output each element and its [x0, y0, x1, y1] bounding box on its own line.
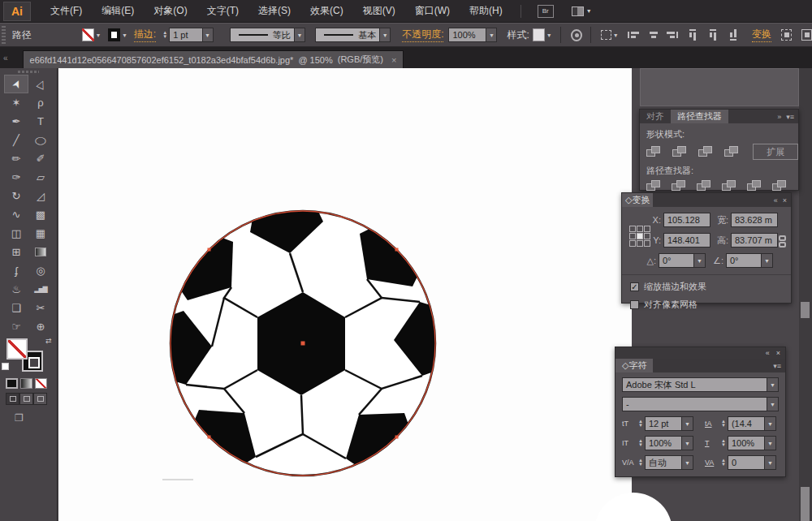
draw-behind-mode-button[interactable]: [19, 393, 33, 405]
chevron-down-icon[interactable]: ▼: [122, 32, 127, 38]
stroke-panel-link[interactable]: 描边:: [134, 28, 156, 42]
eraser-tool[interactable]: ▱: [28, 168, 53, 187]
symbol-sprayer-tool[interactable]: ♨: [4, 280, 28, 299]
tab-align[interactable]: 对齐: [640, 110, 671, 123]
crop-icon[interactable]: [722, 180, 737, 192]
soccer-ball-artwork[interactable]: [165, 205, 441, 481]
horizontal-scale-field[interactable]: 100%: [728, 436, 765, 450]
blob-brush-tool[interactable]: ✑: [4, 168, 28, 187]
intersect-icon[interactable]: [698, 146, 714, 158]
panel-grip[interactable]: [18, 71, 39, 73]
scrollbar-thumb[interactable]: [801, 302, 810, 318]
artboard-canvas[interactable]: [58, 68, 632, 521]
align-top-icon[interactable]: [689, 29, 696, 41]
bounding-box-icon[interactable]: [601, 30, 611, 40]
vertical-scale-field[interactable]: 100%: [645, 436, 682, 450]
bridge-button[interactable]: Br: [538, 5, 554, 18]
collapse-group-icon[interactable]: »: [777, 113, 781, 121]
close-panel-icon[interactable]: ×: [783, 196, 787, 205]
default-fill-stroke-icon[interactable]: [2, 363, 9, 370]
height-field[interactable]: 83.707 m: [731, 233, 778, 248]
y-field[interactable]: 148.401: [663, 233, 710, 248]
pencil-tool[interactable]: ✐: [28, 149, 53, 168]
align-left-icon[interactable]: [628, 32, 639, 38]
font-size-dropdown-button[interactable]: ▼: [682, 416, 693, 431]
minus-front-icon[interactable]: [672, 146, 688, 158]
rotate-tool[interactable]: ↻: [4, 187, 28, 205]
chevron-down-icon[interactable]: ▼: [96, 32, 102, 38]
leading-stepper[interactable]: ▲▼: [721, 420, 726, 428]
chevron-down-icon[interactable]: ▼: [613, 32, 619, 38]
perspective-grid-tool[interactable]: ▦: [28, 224, 53, 243]
tracking-dropdown-button[interactable]: ▼: [765, 455, 776, 470]
opacity-field[interactable]: 100%: [448, 28, 486, 42]
width-profile-select[interactable]: 等比: [230, 28, 295, 42]
tab-character[interactable]: ◇字符: [615, 359, 653, 372]
vertical-scale-stepper[interactable]: ▲▼: [638, 439, 643, 447]
none-button[interactable]: [35, 378, 47, 389]
pen-tool[interactable]: ✒: [4, 112, 28, 131]
tracking-stepper[interactable]: ▲▼: [721, 459, 726, 467]
reference-point-selector[interactable]: [629, 226, 650, 247]
panel-grip[interactable]: [2, 26, 6, 44]
zoom-tool[interactable]: ⊕: [28, 317, 53, 336]
swap-fill-stroke-icon[interactable]: ⇄: [45, 337, 52, 345]
brush-definition-select[interactable]: 基本: [315, 28, 380, 42]
rotate-field[interactable]: 0°: [659, 253, 694, 268]
fill-color-indicator[interactable]: [6, 338, 28, 360]
expand-button[interactable]: 扩展: [753, 144, 798, 160]
transform-panel-link[interactable]: 变换: [752, 28, 771, 42]
exclude-icon[interactable]: [724, 146, 740, 158]
x-field[interactable]: 105.128: [663, 213, 710, 227]
menu-view[interactable]: 视图(V): [363, 4, 395, 18]
document-tab[interactable]: e66fd1441d12e0566470857602ef6152_t0182a3…: [23, 50, 404, 68]
leading-field[interactable]: (14.4: [728, 416, 765, 431]
shear-field[interactable]: 0°: [726, 253, 762, 268]
kerning-dropdown-button[interactable]: ▼: [682, 455, 693, 470]
gradient-button[interactable]: [20, 378, 32, 389]
magic-wand-tool[interactable]: ✶: [4, 93, 28, 112]
font-size-field[interactable]: 12 pt: [645, 416, 682, 431]
font-family-dropdown-button[interactable]: ▼: [767, 377, 779, 392]
merge-icon[interactable]: [697, 180, 712, 192]
close-panel-icon[interactable]: ×: [776, 349, 780, 357]
collapse-group-icon[interactable]: «: [774, 196, 778, 205]
align-vcenter-icon[interactable]: [710, 29, 716, 41]
slice-tool[interactable]: ✂: [28, 299, 53, 317]
collapse-group-icon[interactable]: «: [766, 349, 770, 357]
menu-edit[interactable]: 编辑(E): [102, 4, 134, 18]
constrain-proportions-icon[interactable]: [779, 235, 786, 248]
panel-menu-icon[interactable]: ▾≡: [786, 113, 794, 121]
hand-tool[interactable]: ☞: [4, 317, 28, 336]
stroke-weight-dropdown-button[interactable]: ▼: [203, 28, 214, 42]
free-transform-tool[interactable]: ▩: [28, 205, 53, 224]
column-graph-tool[interactable]: ▂▅▇: [28, 280, 53, 299]
type-tool[interactable]: T: [28, 112, 53, 131]
eyedropper-tool[interactable]: ʄ: [4, 261, 28, 280]
align-center-icon[interactable]: [648, 32, 658, 38]
shape-options-icon[interactable]: [801, 29, 812, 41]
rotate-dropdown-button[interactable]: ▼: [694, 253, 706, 268]
font-style-dropdown-button[interactable]: ▼: [767, 397, 779, 411]
opacity-dropdown-button[interactable]: ▼: [486, 28, 497, 42]
font-size-stepper[interactable]: ▲▼: [638, 420, 643, 428]
color-button[interactable]: [6, 378, 18, 389]
trim-icon[interactable]: [672, 180, 687, 192]
direct-selection-tool[interactable]: ▷: [28, 75, 53, 93]
minus-back-icon[interactable]: [772, 180, 788, 192]
tracking-field[interactable]: 0: [728, 455, 765, 470]
kerning-stepper[interactable]: ▲▼: [638, 459, 643, 467]
align-right-icon[interactable]: [667, 32, 678, 38]
draw-inside-mode-button[interactable]: [33, 393, 47, 405]
scale-strokes-checkbox[interactable]: ✓: [630, 282, 639, 291]
artboard-tool[interactable]: ❑: [4, 299, 28, 317]
align-bottom-icon[interactable]: [730, 29, 736, 41]
lasso-tool[interactable]: ρ: [28, 93, 53, 112]
blend-tool[interactable]: ◎: [28, 261, 53, 280]
profile-dropdown-button[interactable]: ▼: [295, 28, 305, 42]
shape-builder-tool[interactable]: ◫: [4, 224, 28, 243]
menu-help[interactable]: 帮助(H): [469, 4, 503, 18]
close-tab-icon[interactable]: ×: [391, 55, 396, 65]
tab-pathfinder[interactable]: 路径查找器: [671, 110, 728, 123]
font-family-select[interactable]: Adobe 宋体 Std L: [622, 377, 767, 392]
